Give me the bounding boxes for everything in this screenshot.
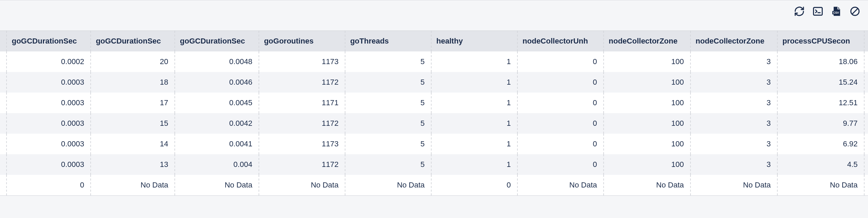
table-cell: 0: [518, 154, 604, 175]
table-cell: [0, 51, 7, 72]
nodata-toggle-icon[interactable]: [849, 5, 861, 17]
column-header[interactable]: [0, 31, 7, 51]
table-cell: 3: [691, 72, 778, 93]
table-cell: 1: [432, 51, 518, 72]
table-cell: [865, 93, 868, 113]
column-header[interactable]: nodeCollectorUnh: [518, 31, 604, 51]
table-cell: [0, 134, 7, 154]
table-cell: 1: [432, 134, 518, 154]
table-cell: [865, 175, 868, 195]
table-cell: [865, 113, 868, 134]
table-cell: 0: [432, 175, 518, 195]
table-cell: 0: [7, 175, 91, 195]
metrics-table-wrap[interactable]: goGCDurationSec goGCDurationSec goGCDura…: [0, 31, 868, 196]
table-cell: 0: [518, 134, 604, 154]
table-cell: 1: [432, 93, 518, 113]
table-cell: 100: [604, 113, 691, 134]
table-cell: 3: [691, 113, 778, 134]
terminal-icon[interactable]: [812, 5, 824, 17]
column-header[interactable]: goGCDurationSec: [175, 31, 259, 51]
table-row[interactable]: 0.0003130.004117251010034.5: [0, 154, 868, 175]
table-cell: [0, 93, 7, 113]
table-cell: [865, 154, 868, 175]
column-header[interactable]: goThreads: [345, 31, 432, 51]
table-cell: 100: [604, 154, 691, 175]
svg-rect-0: [813, 8, 822, 15]
table-cell: No Data: [778, 175, 865, 195]
table-cell: [865, 51, 868, 72]
table-cell: [0, 113, 7, 134]
table-cell: 18: [91, 72, 175, 93]
table-cell: 5: [345, 154, 432, 175]
column-header[interactable]: goGCDurationSec: [91, 31, 175, 51]
table-cell: 6.92: [778, 134, 865, 154]
svg-line-5: [852, 9, 858, 14]
table-cell: 3: [691, 51, 778, 72]
table-cell: 0.0003: [7, 93, 91, 113]
refresh-icon[interactable]: [793, 5, 806, 17]
column-header[interactable]: nodeCollectorZone: [604, 31, 691, 51]
table-cell: 0.0048: [175, 51, 259, 72]
table-cell: No Data: [345, 175, 432, 195]
column-header[interactable]: healthy: [432, 31, 518, 51]
table-row[interactable]: 0.0003140.0041117351010036.92: [0, 134, 868, 154]
table-cell: [0, 175, 7, 195]
table-cell: 5: [345, 93, 432, 113]
table-cell: 1172: [259, 154, 345, 175]
table-cell: 0.0002: [7, 51, 91, 72]
column-header[interactable]: nodeCollectorZone: [691, 31, 778, 51]
table-cell: 15: [91, 113, 175, 134]
table-cell: 0.0045: [175, 93, 259, 113]
table-cell: 0.0003: [7, 154, 91, 175]
table-cell: 18.06: [778, 51, 865, 72]
table-cell: 3: [691, 154, 778, 175]
metrics-table: goGCDurationSec goGCDurationSec goGCDura…: [0, 31, 868, 195]
table-cell: No Data: [604, 175, 691, 195]
table-cell: 3: [691, 93, 778, 113]
table-cell: 1173: [259, 134, 345, 154]
column-header[interactable]: goGCDurationSec: [7, 31, 91, 51]
svg-text:CSV: CSV: [833, 11, 839, 14]
table-cell: 0.0041: [175, 134, 259, 154]
table-cell: 1173: [259, 51, 345, 72]
table-cell: 14: [91, 134, 175, 154]
table-cell: 100: [604, 72, 691, 93]
table-cell: 0.0003: [7, 113, 91, 134]
table-cell: 12.51: [778, 93, 865, 113]
table-cell: No Data: [691, 175, 778, 195]
metrics-panel: CSV goGCDurationSec goGCDurationSec goGC…: [0, 0, 868, 218]
table-cell: 3: [691, 134, 778, 154]
table-cell: 1172: [259, 113, 345, 134]
table-cell: 0: [518, 113, 604, 134]
table-cell: 13: [91, 154, 175, 175]
table-cell: 1: [432, 154, 518, 175]
table-cell: 1: [432, 113, 518, 134]
column-header[interactable]: processCPUSecon: [778, 31, 865, 51]
table-cell: 5: [345, 51, 432, 72]
table-cell: 0.0003: [7, 72, 91, 93]
column-header[interactable]: processM: [865, 31, 868, 51]
table-cell: [0, 154, 7, 175]
table-cell: 20: [91, 51, 175, 72]
table-cell: [865, 134, 868, 154]
table-row[interactable]: 0No DataNo DataNo DataNo Data0No DataNo …: [0, 175, 868, 195]
table-cell: No Data: [91, 175, 175, 195]
column-header[interactable]: goGoroutines: [259, 31, 345, 51]
table-cell: 17: [91, 93, 175, 113]
table-cell: No Data: [259, 175, 345, 195]
table-cell: 5: [345, 134, 432, 154]
table-cell: 15.24: [778, 72, 865, 93]
table-cell: 4.5: [778, 154, 865, 175]
table-cell: 0.0046: [175, 72, 259, 93]
table-row[interactable]: 0.0003150.0042117251010039.77: [0, 113, 868, 134]
table-row[interactable]: 0.0003180.00461172510100315.24: [0, 72, 868, 93]
table-body: 0.0002200.00481173510100318.060.0003180.…: [0, 51, 868, 195]
table-cell: 0: [518, 72, 604, 93]
table-row[interactable]: 0.0003170.00451171510100312.51: [0, 93, 868, 113]
table-cell: 5: [345, 113, 432, 134]
table-cell: 0.0003: [7, 134, 91, 154]
table-cell: 100: [604, 134, 691, 154]
table-row[interactable]: 0.0002200.00481173510100318.06: [0, 51, 868, 72]
table-cell: 100: [604, 93, 691, 113]
csv-export-icon[interactable]: CSV: [830, 5, 843, 17]
